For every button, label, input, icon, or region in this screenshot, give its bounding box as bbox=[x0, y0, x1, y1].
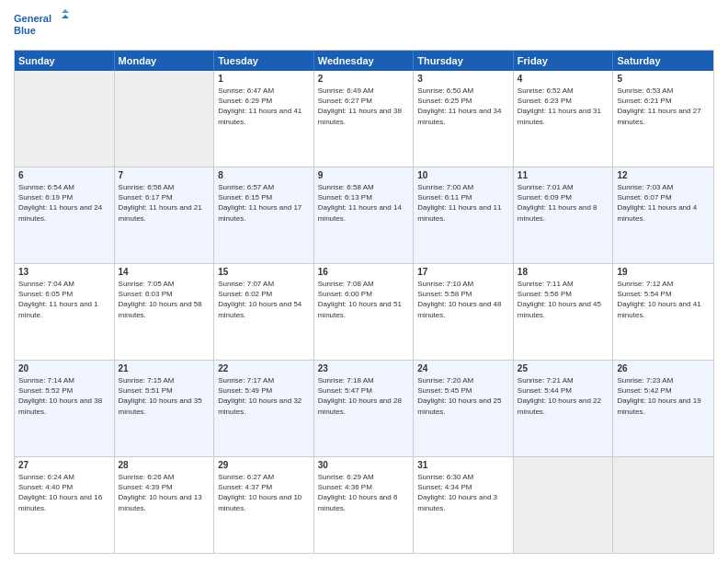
calendar-cell: 18Sunrise: 7:11 AMSunset: 5:56 PMDayligh… bbox=[514, 264, 614, 360]
calendar-cell bbox=[514, 457, 614, 553]
calendar-cell bbox=[115, 71, 215, 167]
day-info: Sunrise: 7:01 AMSunset: 6:09 PMDaylight:… bbox=[518, 182, 609, 224]
calendar-cell: 29Sunrise: 6:27 AMSunset: 4:37 PMDayligh… bbox=[214, 457, 314, 553]
day-number: 26 bbox=[617, 363, 710, 373]
day-info: Sunrise: 7:14 AMSunset: 5:52 PMDaylight:… bbox=[18, 375, 110, 417]
day-info: Sunrise: 6:30 AMSunset: 4:34 PMDaylight:… bbox=[417, 472, 509, 513]
day-info: Sunrise: 6:26 AMSunset: 4:39 PMDaylight:… bbox=[119, 472, 210, 513]
calendar-cell: 27Sunrise: 6:24 AMSunset: 4:40 PMDayligh… bbox=[15, 457, 115, 553]
calendar-cell bbox=[613, 457, 713, 553]
day-info: Sunrise: 7:05 AMSunset: 6:03 PMDaylight:… bbox=[119, 279, 210, 320]
day-info: Sunrise: 6:50 AMSunset: 6:25 PMDaylight:… bbox=[417, 86, 509, 127]
day-number: 21 bbox=[119, 363, 210, 373]
day-of-week-wednesday: Wednesday bbox=[314, 51, 415, 71]
day-number: 30 bbox=[318, 460, 410, 470]
day-number: 7 bbox=[119, 170, 210, 180]
day-number: 12 bbox=[617, 170, 710, 180]
calendar-row-1: 1Sunrise: 6:47 AMSunset: 6:29 PMDaylight… bbox=[15, 71, 713, 167]
day-of-week-tuesday: Tuesday bbox=[214, 51, 314, 71]
day-info: Sunrise: 6:57 AMSunset: 6:15 PMDaylight:… bbox=[218, 182, 310, 224]
day-number: 6 bbox=[18, 170, 110, 180]
day-info: Sunrise: 6:53 AMSunset: 6:21 PMDaylight:… bbox=[617, 86, 710, 127]
day-info: Sunrise: 7:15 AMSunset: 5:51 PMDaylight:… bbox=[119, 375, 210, 417]
day-info: Sunrise: 6:49 AMSunset: 6:27 PMDaylight:… bbox=[318, 86, 410, 127]
day-number: 1 bbox=[218, 74, 310, 84]
day-of-week-monday: Monday bbox=[115, 51, 215, 71]
calendar-cell: 24Sunrise: 7:20 AMSunset: 5:45 PMDayligh… bbox=[414, 361, 514, 456]
calendar-header: SundayMondayTuesdayWednesdayThursdayFrid… bbox=[15, 51, 713, 71]
calendar-cell: 23Sunrise: 7:18 AMSunset: 5:47 PMDayligh… bbox=[314, 361, 415, 456]
calendar-cell: 7Sunrise: 6:56 AMSunset: 6:17 PMDaylight… bbox=[115, 167, 215, 263]
day-number: 23 bbox=[318, 363, 410, 373]
day-info: Sunrise: 6:52 AMSunset: 6:23 PMDaylight:… bbox=[518, 86, 609, 127]
calendar-cell: 16Sunrise: 7:08 AMSunset: 6:00 PMDayligh… bbox=[314, 264, 415, 360]
header: General Blue bbox=[14, 9, 714, 42]
day-info: Sunrise: 7:20 AMSunset: 5:45 PMDaylight:… bbox=[417, 375, 509, 417]
day-info: Sunrise: 7:21 AMSunset: 5:44 PMDaylight:… bbox=[518, 375, 609, 417]
calendar-cell: 8Sunrise: 6:57 AMSunset: 6:15 PMDaylight… bbox=[214, 167, 314, 263]
calendar-cell: 31Sunrise: 6:30 AMSunset: 4:34 PMDayligh… bbox=[414, 457, 514, 553]
logo: General Blue bbox=[14, 9, 69, 42]
calendar: SundayMondayTuesdayWednesdayThursdayFrid… bbox=[14, 50, 714, 554]
day-info: Sunrise: 7:03 AMSunset: 6:07 PMDaylight:… bbox=[617, 182, 710, 224]
day-info: Sunrise: 6:27 AMSunset: 4:37 PMDaylight:… bbox=[218, 472, 310, 513]
calendar-cell: 12Sunrise: 7:03 AMSunset: 6:07 PMDayligh… bbox=[613, 167, 713, 263]
calendar-cell: 19Sunrise: 7:12 AMSunset: 5:54 PMDayligh… bbox=[613, 264, 713, 360]
day-number: 2 bbox=[318, 74, 410, 84]
day-number: 29 bbox=[218, 460, 310, 470]
day-number: 9 bbox=[318, 170, 410, 180]
day-number: 25 bbox=[518, 363, 609, 373]
calendar-row-2: 6Sunrise: 6:54 AMSunset: 6:19 PMDaylight… bbox=[15, 167, 713, 263]
calendar-cell: 30Sunrise: 6:29 AMSunset: 4:36 PMDayligh… bbox=[314, 457, 415, 553]
day-info: Sunrise: 7:18 AMSunset: 5:47 PMDaylight:… bbox=[318, 375, 410, 417]
day-of-week-friday: Friday bbox=[514, 51, 614, 71]
day-info: Sunrise: 6:24 AMSunset: 4:40 PMDaylight:… bbox=[18, 472, 110, 513]
day-number: 3 bbox=[417, 74, 509, 84]
day-number: 13 bbox=[18, 267, 110, 277]
day-number: 27 bbox=[18, 460, 110, 470]
day-info: Sunrise: 7:04 AMSunset: 6:05 PMDaylight:… bbox=[18, 279, 110, 320]
calendar-cell: 20Sunrise: 7:14 AMSunset: 5:52 PMDayligh… bbox=[15, 361, 115, 456]
day-number: 15 bbox=[218, 267, 310, 277]
day-number: 17 bbox=[417, 267, 509, 277]
day-info: Sunrise: 7:23 AMSunset: 5:42 PMDaylight:… bbox=[617, 375, 710, 417]
day-number: 4 bbox=[518, 74, 609, 84]
calendar-cell: 17Sunrise: 7:10 AMSunset: 5:58 PMDayligh… bbox=[414, 264, 514, 360]
day-number: 28 bbox=[119, 460, 210, 470]
general-blue-logo-icon: General Blue bbox=[14, 9, 69, 42]
day-info: Sunrise: 7:11 AMSunset: 5:56 PMDaylight:… bbox=[518, 279, 609, 320]
day-info: Sunrise: 7:17 AMSunset: 5:49 PMDaylight:… bbox=[218, 375, 310, 417]
page: General Blue SundayMondayTuesdayWednesda… bbox=[0, 0, 728, 563]
calendar-cell: 13Sunrise: 7:04 AMSunset: 6:05 PMDayligh… bbox=[15, 264, 115, 360]
day-number: 14 bbox=[119, 267, 210, 277]
calendar-cell: 11Sunrise: 7:01 AMSunset: 6:09 PMDayligh… bbox=[514, 167, 614, 263]
svg-marker-2 bbox=[62, 9, 69, 13]
calendar-cell: 14Sunrise: 7:05 AMSunset: 6:03 PMDayligh… bbox=[115, 264, 215, 360]
svg-marker-3 bbox=[62, 15, 69, 18]
calendar-cell: 2Sunrise: 6:49 AMSunset: 6:27 PMDaylight… bbox=[314, 71, 415, 167]
day-number: 31 bbox=[417, 460, 509, 470]
day-info: Sunrise: 6:29 AMSunset: 4:36 PMDaylight:… bbox=[318, 472, 410, 513]
calendar-cell: 4Sunrise: 6:52 AMSunset: 6:23 PMDaylight… bbox=[514, 71, 614, 167]
svg-text:General: General bbox=[14, 13, 51, 24]
calendar-cell: 6Sunrise: 6:54 AMSunset: 6:19 PMDaylight… bbox=[15, 167, 115, 263]
calendar-cell: 26Sunrise: 7:23 AMSunset: 5:42 PMDayligh… bbox=[613, 361, 713, 456]
calendar-row-3: 13Sunrise: 7:04 AMSunset: 6:05 PMDayligh… bbox=[15, 263, 713, 360]
day-info: Sunrise: 7:10 AMSunset: 5:58 PMDaylight:… bbox=[417, 279, 509, 320]
day-info: Sunrise: 6:56 AMSunset: 6:17 PMDaylight:… bbox=[119, 182, 210, 224]
calendar-cell: 25Sunrise: 7:21 AMSunset: 5:44 PMDayligh… bbox=[514, 361, 614, 456]
calendar-cell: 10Sunrise: 7:00 AMSunset: 6:11 PMDayligh… bbox=[414, 167, 514, 263]
day-number: 5 bbox=[617, 74, 710, 84]
day-number: 11 bbox=[518, 170, 609, 180]
day-number: 8 bbox=[218, 170, 310, 180]
calendar-cell: 22Sunrise: 7:17 AMSunset: 5:49 PMDayligh… bbox=[214, 361, 314, 456]
day-number: 20 bbox=[18, 363, 110, 373]
svg-text:Blue: Blue bbox=[14, 25, 36, 36]
day-info: Sunrise: 7:00 AMSunset: 6:11 PMDaylight:… bbox=[417, 182, 509, 224]
day-info: Sunrise: 6:47 AMSunset: 6:29 PMDaylight:… bbox=[218, 86, 310, 127]
day-info: Sunrise: 7:08 AMSunset: 6:00 PMDaylight:… bbox=[318, 279, 410, 320]
day-of-week-sunday: Sunday bbox=[15, 51, 115, 71]
day-info: Sunrise: 6:58 AMSunset: 6:13 PMDaylight:… bbox=[318, 182, 410, 224]
calendar-cell: 3Sunrise: 6:50 AMSunset: 6:25 PMDaylight… bbox=[414, 71, 514, 167]
day-info: Sunrise: 6:54 AMSunset: 6:19 PMDaylight:… bbox=[18, 182, 110, 224]
